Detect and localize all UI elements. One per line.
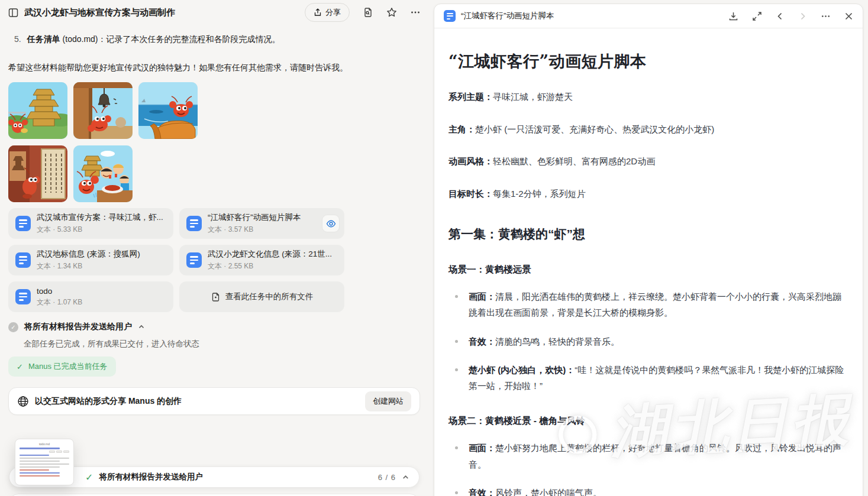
- left-header: 武汉小龙虾与地标宣传方案与动画制作 分享: [0, 0, 434, 25]
- ellipsis-icon: [821, 11, 831, 21]
- check-icon: ✓: [17, 362, 23, 371]
- download-button[interactable]: [728, 11, 738, 21]
- scene2-heading: 场景二：黄鹤楼近景 - 檐角与风铃: [448, 415, 847, 427]
- message-input-cutoff[interactable]: [9, 494, 420, 496]
- star-icon: [386, 7, 397, 18]
- step-header[interactable]: ✓ 将所有材料报告并发送给用户: [8, 322, 145, 332]
- create-website-button[interactable]: 创建网站: [365, 391, 411, 411]
- close-icon: [844, 12, 853, 21]
- step-check-icon: ✓: [8, 322, 18, 332]
- bullet-sound: 音效：清脆的鸟鸣，轻快的背景音乐。: [448, 333, 847, 349]
- preview-button[interactable]: [322, 215, 340, 232]
- image-thumbnail-poem-wall[interactable]: [8, 145, 67, 202]
- more-options-button[interactable]: [410, 7, 421, 18]
- document-icon: [15, 252, 31, 268]
- document-viewer-panel: “江城虾客行”动画短片脚本: [434, 4, 863, 496]
- download-icon: [728, 11, 738, 21]
- ellipsis-icon: [410, 7, 421, 18]
- document-icon: [186, 252, 202, 268]
- file-card-grid: 武汉城市宣传方案：寻味江城，虾... 文本 · 5.33 KB “江城虾客行”动…: [8, 208, 344, 312]
- view-all-files-button[interactable]: 查看此任务中的所有文件: [179, 281, 344, 312]
- task-complete-badge: ✓ Manus 已完成当前任务: [8, 356, 116, 377]
- globe-icon: [17, 395, 29, 407]
- chevron-right-icon: [798, 12, 807, 21]
- previous-button[interactable]: [776, 12, 785, 21]
- image-thumbnail-river[interactable]: [138, 82, 198, 139]
- scene1-bullets: 画面：清晨，阳光洒在雄伟的黄鹤楼上，祥云缭绕。楚小虾背着一个小小的行囊，兴高采烈…: [448, 288, 847, 394]
- image-grid: [8, 82, 204, 202]
- preview-mini-buttons: [20, 450, 69, 453]
- episode-heading: 第一集：黄鹤楼的“虾”想: [448, 226, 847, 242]
- image-thumbnail-feast[interactable]: [73, 145, 133, 202]
- file-card-culture[interactable]: 武汉小龙虾文化信息 (来源：21世... 文本 · 2.55 KB: [179, 245, 344, 275]
- eye-icon: [326, 219, 336, 229]
- meta-protagonist: 主角：楚小虾 (一只活泼可爱、充满好奇心、热爱武汉文化的小龙虾): [448, 122, 847, 137]
- meta-style: 动画风格：轻松幽默、色彩鲜明、富有网感的2D动画: [448, 154, 847, 169]
- share-button[interactable]: 分享: [305, 3, 350, 22]
- viewer-header: “江城虾客行”动画短片脚本: [434, 4, 863, 28]
- viewer-more-button[interactable]: [821, 11, 831, 21]
- bullet-dialogue: 楚小虾 (内心独白，欢快)：“哇！这就是传说中的黄鹤楼吗？果然气派非凡！我楚小虾…: [448, 362, 847, 394]
- expand-button[interactable]: [752, 11, 762, 21]
- file-search-button[interactable]: [363, 7, 373, 18]
- share-icon: [314, 8, 322, 17]
- expand-icon: [752, 11, 762, 21]
- todo-preview-popup[interactable]: todo.md: [15, 439, 74, 485]
- document-icon: [15, 289, 31, 304]
- numbered-list-item: 5.任务清单 (todo.md)：记录了本次任务的完整流程和各阶段完成情况。: [14, 33, 422, 46]
- chevron-up-icon[interactable]: [402, 474, 409, 481]
- file-card-script[interactable]: “江城虾客行”动画短片脚本 文本 · 3.57 KB: [179, 208, 344, 239]
- meta-duration: 目标时长：每集1-2分钟，系列短片: [448, 186, 847, 202]
- meta-theme: 系列主题：寻味江城，虾游楚天: [448, 89, 847, 105]
- document-icon: [15, 216, 31, 231]
- scene2-bullets: 画面：楚小虾努力地爬上黄鹤楼的栏杆，好奇地打量着檐角的风铃。风吹过，风铃发出悦耳…: [448, 440, 847, 496]
- bullet-sound: 音效：风铃声，楚小虾的喘气声。: [448, 485, 847, 496]
- assistant-message: 希望这些材料能帮助您更好地宣传武汉的独特魅力！如果您有任何其他需求，请随时告诉我…: [8, 61, 424, 74]
- file-card-proposal[interactable]: 武汉城市宣传方案：寻味江城，虾... 文本 · 5.33 KB: [8, 208, 173, 239]
- progress-count: 6 / 6: [378, 473, 396, 482]
- image-thumbnail-bell[interactable]: [73, 82, 133, 139]
- document-icon: [444, 10, 456, 22]
- image-thumbnail-tower[interactable]: [8, 82, 67, 139]
- chevron-up-icon: [138, 323, 145, 330]
- document-title: “江城虾客行”动画短片脚本: [448, 51, 847, 72]
- sidebar-toggle-icon[interactable]: [8, 8, 18, 18]
- files-icon: [211, 292, 221, 302]
- chat-panel: 武汉小龙虾与地标宣传方案与动画制作 分享: [0, 0, 434, 496]
- chevron-left-icon: [776, 12, 785, 21]
- next-button[interactable]: [798, 12, 807, 21]
- document-body: “江城虾客行”动画短片脚本 系列主题：寻味江城，虾游楚天 主角：楚小虾 (一只活…: [434, 28, 863, 496]
- file-card-landmarks[interactable]: 武汉地标信息 (来源：搜狐网) 文本 · 1.34 KB: [8, 245, 173, 275]
- task-title: 武汉小龙虾与地标宣传方案与动画制作: [24, 7, 175, 18]
- viewer-title: “江城虾客行”动画短片脚本: [461, 11, 554, 21]
- document-icon: [186, 216, 202, 231]
- close-button[interactable]: [844, 12, 853, 21]
- bullet-visual: 画面：清晨，阳光洒在雄伟的黄鹤楼上，祥云缭绕。楚小虾背着一个小小的行囊，兴高采烈…: [448, 288, 847, 321]
- favorite-button[interactable]: [386, 7, 397, 18]
- bullet-visual: 画面：楚小虾努力地爬上黄鹤楼的栏杆，好奇地打量着檐角的风铃。风吹过，风铃发出悦耳…: [448, 440, 847, 472]
- step-detail: 全部任务已完成，所有成果已交付，进入待命状态: [24, 339, 199, 349]
- check-icon: ✓: [85, 472, 93, 483]
- file-card-todo[interactable]: todo 文本 · 1.07 KB: [8, 281, 173, 312]
- scene1-heading: 场景一：黄鹤楼远景: [448, 264, 847, 276]
- create-website-card: 以交互式网站的形式分享 Manus 的创作 创建网站: [8, 387, 420, 415]
- file-search-icon: [363, 7, 373, 18]
